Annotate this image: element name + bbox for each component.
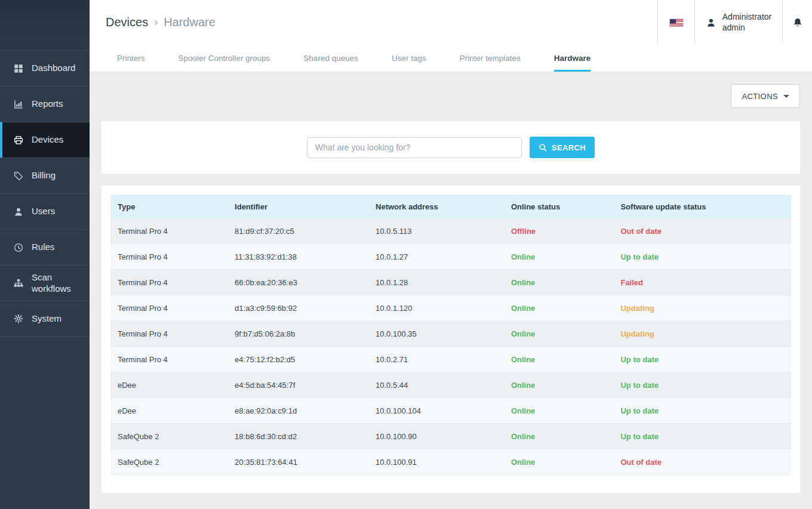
tab-label: Printer templates	[460, 54, 521, 63]
search-panel: SEARCH	[102, 121, 800, 174]
table-row[interactable]: SafeQube 2 20:35:81:73:64:41 10.0.100.91…	[110, 449, 791, 475]
cell-identifier: 9f:b7:d5:06:2a:8b	[227, 329, 368, 338]
main-content: ACTIONS SEARCH Type Identifier Network a…	[90, 72, 812, 509]
sidebar-item-scan-workflows[interactable]: Scan workflows	[0, 265, 90, 301]
cell-type: SafeQube 2	[110, 458, 227, 467]
sidebar-item-label: Devices	[32, 134, 63, 146]
cell-identifier: 11:31:83:92:d1:38	[227, 252, 368, 261]
cell-network-address: 10.0.1.27	[368, 252, 504, 261]
cell-network-address: 10.0.100.35	[368, 329, 504, 338]
cell-type: SafeQube 2	[110, 432, 227, 441]
user-icon	[706, 17, 716, 28]
column-header-network-address: Network address	[368, 202, 504, 211]
cell-software-update-status: Updating	[613, 329, 791, 338]
tab-label: Shared queues	[303, 54, 358, 63]
cell-network-address: 10.0.2.71	[368, 355, 504, 364]
tab-spooler-controller-groups[interactable]: Spooler Controller groups	[179, 45, 270, 72]
sidebar-item-dashboard[interactable]: Dashboard	[0, 50, 90, 86]
table-row[interactable]: Terminal Pro 4 66:0b:ea:20:36:e3 10.0.1.…	[110, 270, 791, 295]
sidebar-item-label: Rules	[32, 242, 54, 253]
sidebar-item-label: System	[32, 313, 61, 325]
cell-online-status: Offline	[504, 227, 614, 236]
table-row[interactable]: Terminal Pro 4 9f:b7:d5:06:2a:8b 10.0.10…	[110, 321, 791, 347]
bell-icon	[792, 17, 803, 28]
cell-online-status: Online	[504, 278, 614, 287]
tab-user-tags[interactable]: User tags	[392, 45, 426, 72]
table-row[interactable]: Terminal Pro 4 81:d9:cf:37:20:c5 10.0.5.…	[110, 218, 791, 244]
language-selector[interactable]	[657, 0, 694, 45]
sidebar-item-reports[interactable]: Reports	[0, 86, 90, 122]
sidebar-item-users[interactable]: Users	[0, 193, 90, 229]
cell-type: Terminal Pro 4	[110, 329, 227, 338]
column-header-identifier: Identifier	[227, 202, 368, 211]
notifications-button[interactable]	[782, 0, 812, 45]
tab-shared-queues[interactable]: Shared queues	[303, 45, 358, 72]
cell-network-address: 10.0.1.120	[368, 304, 504, 313]
cell-software-update-status: Updating	[613, 304, 791, 313]
breadcrumb-section[interactable]: Devices	[106, 16, 148, 29]
user-info: Administrator admin	[722, 12, 771, 33]
cell-online-status: Online	[504, 252, 614, 261]
sidebar-item-rules[interactable]: Rules	[0, 229, 90, 265]
cell-network-address: 10.0.5.44	[368, 381, 504, 390]
cell-identifier: e4:5d:ba:54:45:7f	[227, 381, 368, 390]
column-header-online-status: Online status	[504, 202, 614, 211]
cell-type: Terminal Pro 4	[110, 252, 227, 261]
dashboard-grid-icon	[13, 63, 24, 74]
sidebar-item-label: Billing	[32, 170, 56, 181]
us-flag-icon	[669, 18, 684, 27]
sidebar-item-label: Scan workflows	[32, 272, 85, 295]
cell-identifier: e4:75:12:f2:b2:d5	[227, 355, 368, 364]
cell-network-address: 10.0.5.113	[368, 227, 504, 236]
sidebar-item-label: Dashboard	[32, 63, 75, 74]
cell-network-address: 10.0.100.104	[368, 406, 504, 415]
search-button-label: SEARCH	[552, 143, 586, 152]
actions-dropdown-button[interactable]: ACTIONS	[731, 84, 800, 108]
tab-hardware[interactable]: Hardware	[554, 45, 591, 72]
cell-identifier: e8:ae:92:0a:c9:1d	[227, 406, 368, 415]
table-row[interactable]: eDee e4:5d:ba:54:45:7f 10.0.5.44 Online …	[110, 372, 791, 398]
table-row[interactable]: SafeQube 2 18:b8:6d:30:cd:d2 10.0.100.90…	[110, 424, 791, 449]
cell-identifier: d1:a3:c9:59:6b:92	[227, 304, 368, 313]
table-row[interactable]: eDee e8:ae:92:0a:c9:1d 10.0.100.104 Onli…	[110, 398, 791, 424]
sidebar-item-billing[interactable]: Billing	[0, 158, 90, 193]
top-header: Devices › Hardware Administrator admin	[90, 0, 812, 45]
sidebar-item-devices[interactable]: Devices	[0, 122, 90, 158]
search-icon	[539, 143, 548, 152]
table-header-row: Type Identifier Network address Online s…	[110, 195, 791, 218]
tab-printer-templates[interactable]: Printer templates	[460, 45, 521, 72]
cell-online-status: Online	[504, 304, 614, 313]
sidebar: Dashboard Reports Devices Billing Users …	[0, 0, 90, 509]
cell-identifier: 81:d9:cf:37:20:c5	[227, 227, 368, 236]
tab-label: User tags	[392, 54, 426, 63]
tab-bar: Printers Spooler Controller groups Share…	[90, 45, 812, 72]
user-menu[interactable]: Administrator admin	[694, 0, 782, 45]
cell-identifier: 20:35:81:73:64:41	[227, 458, 368, 467]
tab-printers[interactable]: Printers	[117, 45, 145, 72]
search-input[interactable]	[307, 137, 522, 158]
cell-online-status: Online	[504, 381, 614, 390]
cell-network-address: 10.0.100.90	[368, 432, 504, 441]
table-row[interactable]: Terminal Pro 4 e4:75:12:f2:b2:d5 10.0.2.…	[110, 347, 791, 372]
table-row[interactable]: Terminal Pro 4 d1:a3:c9:59:6b:92 10.0.1.…	[110, 295, 791, 321]
cell-network-address: 10.0.100.91	[368, 458, 504, 467]
hardware-table-panel: Type Identifier Network address Online s…	[102, 186, 800, 493]
cell-software-update-status: Up to date	[613, 432, 791, 441]
search-button[interactable]: SEARCH	[530, 137, 595, 158]
cell-software-update-status: Up to date	[613, 355, 791, 364]
cell-software-update-status: Up to date	[613, 252, 791, 261]
user-username: admin	[722, 23, 771, 33]
logo-area	[0, 0, 90, 50]
user-name: Administrator	[722, 12, 771, 23]
sidebar-item-system[interactable]: System	[0, 301, 90, 337]
actions-label: ACTIONS	[742, 92, 778, 101]
table-row[interactable]: Terminal Pro 4 11:31:83:92:d1:38 10.0.1.…	[110, 244, 791, 270]
cell-type: Terminal Pro 4	[110, 355, 227, 364]
cell-software-update-status: Out of date	[613, 227, 791, 236]
cell-type: eDee	[110, 406, 227, 415]
cell-software-update-status: Up to date	[613, 381, 791, 390]
tab-label: Hardware	[554, 54, 591, 63]
reports-chart-icon	[13, 99, 24, 110]
sidebar-item-label: Reports	[32, 98, 63, 110]
tag-icon	[13, 171, 24, 181]
